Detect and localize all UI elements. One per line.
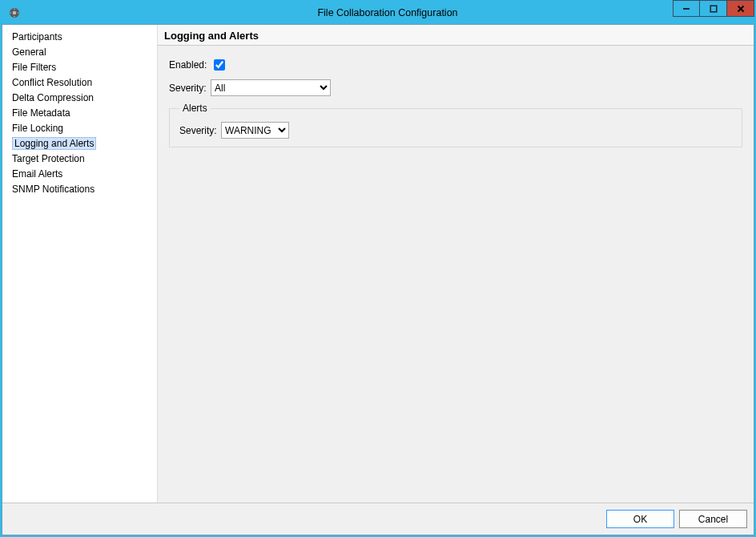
- sidebar-item-label: Delta Compression: [12, 92, 94, 103]
- sidebar-item-file-filters[interactable]: File Filters: [2, 59, 157, 75]
- sidebar-item-label: SNMP Notifications: [12, 184, 94, 195]
- window-frame: File Collaboration Configuration Partici…: [0, 0, 756, 537]
- sidebar-item-label: File Filters: [12, 62, 56, 73]
- enabled-label: Enabled:: [169, 59, 211, 71]
- window-controls: [673, 0, 754, 17]
- sidebar-item-label: File Metadata: [12, 107, 70, 119]
- sidebar-item-label: Participants: [12, 31, 62, 42]
- severity-select[interactable]: All: [211, 79, 331, 96]
- sidebar-item-label: General: [12, 46, 46, 58]
- sidebar-item-file-metadata[interactable]: File Metadata: [2, 105, 157, 120]
- severity-label: Severity:: [169, 83, 211, 94]
- sidebar-item-label: Email Alerts: [12, 168, 62, 180]
- enabled-row: Enabled:: [169, 57, 742, 73]
- window-title: File Collaboration Configuration: [21, 7, 754, 18]
- panel-heading: Logging and Alerts: [158, 25, 754, 46]
- sidebar-item-label: File Locking: [12, 123, 63, 134]
- alerts-fieldset: Alerts Severity: WARNING: [169, 103, 742, 147]
- maximize-button[interactable]: [700, 0, 727, 17]
- alerts-legend: Alerts: [179, 103, 211, 114]
- sidebar-item-file-locking[interactable]: File Locking: [2, 120, 157, 135]
- enabled-checkbox[interactable]: [214, 59, 225, 71]
- alerts-severity-row: Severity: WARNING: [179, 122, 732, 139]
- body: Participants General File Filters Confli…: [2, 25, 754, 503]
- client-area: Participants General File Filters Confli…: [2, 24, 754, 535]
- svg-rect-3: [710, 6, 717, 12]
- severity-row: Severity: All: [169, 79, 742, 96]
- sidebar-item-snmp-notifications[interactable]: SNMP Notifications: [2, 181, 157, 196]
- sidebar-item-general[interactable]: General: [2, 44, 157, 59]
- sidebar-item-delta-compression[interactable]: Delta Compression: [2, 90, 157, 105]
- app-icon: [8, 6, 21, 19]
- sidebar-item-target-protection[interactable]: Target Protection: [2, 151, 157, 166]
- footer: OK Cancel: [2, 503, 754, 535]
- panel-content: Enabled: Severity: All Alerts Severity:: [158, 46, 754, 503]
- main-panel: Logging and Alerts Enabled: Severity: Al…: [158, 25, 754, 503]
- svg-point-1: [13, 11, 17, 15]
- sidebar-item-label: Target Protection: [12, 153, 85, 164]
- sidebar-item-email-alerts[interactable]: Email Alerts: [2, 166, 157, 181]
- close-button[interactable]: [727, 0, 754, 17]
- cancel-button[interactable]: Cancel: [679, 510, 747, 528]
- sidebar-item-conflict-resolution[interactable]: Conflict Resolution: [2, 75, 157, 90]
- alerts-severity-select[interactable]: WARNING: [221, 122, 289, 139]
- sidebar-item-participants[interactable]: Participants: [2, 29, 157, 44]
- titlebar: File Collaboration Configuration: [2, 2, 754, 24]
- sidebar-item-label: Conflict Resolution: [12, 77, 92, 88]
- minimize-button[interactable]: [673, 0, 700, 17]
- sidebar-item-label: Logging and Alerts: [12, 137, 96, 150]
- sidebar: Participants General File Filters Confli…: [2, 25, 158, 503]
- svg-rect-2: [683, 8, 690, 10]
- alerts-severity-label: Severity:: [179, 125, 221, 136]
- sidebar-item-logging-and-alerts[interactable]: Logging and Alerts: [2, 135, 157, 151]
- ok-button[interactable]: OK: [606, 510, 674, 528]
